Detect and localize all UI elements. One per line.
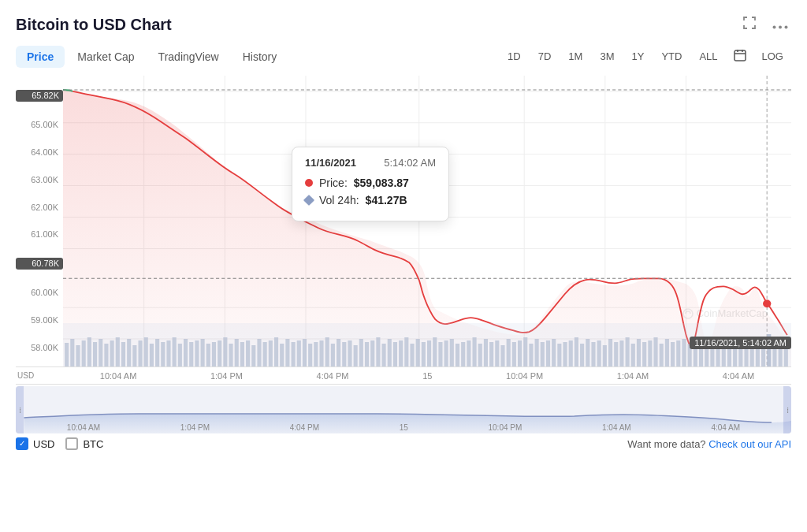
usd-checkbox[interactable]: ✓ <box>16 437 28 450</box>
y-label-58: 58.00K <box>16 344 63 352</box>
svg-rect-40 <box>127 339 131 366</box>
mini-x-4: 15 <box>400 423 408 432</box>
tab-price[interactable]: Price <box>16 46 65 68</box>
svg-rect-39 <box>121 342 125 366</box>
mini-chart-area[interactable]: ⁞ ⁞ 10:04 AM 1:04 PM 4:04 PM 15 10:04 PM… <box>16 386 791 433</box>
svg-rect-70 <box>297 340 301 366</box>
tooltip: 11/16/2021 5:14:02 AM Price: $59,083.87 … <box>292 147 449 221</box>
svg-rect-65 <box>269 340 273 366</box>
svg-point-0 <box>773 26 776 29</box>
svg-rect-47 <box>166 340 170 366</box>
svg-rect-62 <box>251 345 255 366</box>
svg-rect-68 <box>285 339 289 366</box>
tooltip-vol-icon <box>303 195 314 206</box>
time-all[interactable]: ALL <box>691 47 725 66</box>
btc-checkbox[interactable] <box>65 437 78 450</box>
svg-rect-83 <box>370 340 374 366</box>
tab-market-cap[interactable]: Market Cap <box>66 46 145 68</box>
svg-rect-137 <box>676 340 680 366</box>
svg-rect-94 <box>433 337 437 366</box>
tooltip-price-label: Price: <box>319 177 348 189</box>
svg-rect-114 <box>546 340 550 366</box>
svg-rect-38 <box>116 337 120 366</box>
svg-rect-52 <box>195 340 199 366</box>
svg-rect-44 <box>150 344 154 366</box>
api-want-text: Want more data? <box>627 438 705 450</box>
x-axis-labels: 10:04 AM 1:04 PM 4:04 PM 15 10:04 PM 1:0… <box>63 371 791 381</box>
svg-rect-109 <box>518 340 522 366</box>
svg-rect-34 <box>93 342 97 366</box>
mini-left-handle[interactable]: ⁞ <box>16 386 24 433</box>
y-label-62: 62.00K <box>16 203 63 212</box>
svg-rect-96 <box>444 340 448 366</box>
svg-rect-51 <box>189 342 193 366</box>
tab-history[interactable]: History <box>232 46 288 68</box>
svg-rect-129 <box>631 344 635 366</box>
svg-rect-43 <box>144 337 148 366</box>
svg-rect-46 <box>161 342 165 366</box>
svg-rect-110 <box>523 337 527 366</box>
svg-rect-54 <box>206 344 210 366</box>
mini-x-7: 4:04 AM <box>711 423 740 432</box>
time-calendar[interactable] <box>727 45 753 68</box>
svg-rect-113 <box>541 342 545 366</box>
svg-rect-124 <box>603 345 607 366</box>
y-label-63: 63.00K <box>16 176 63 184</box>
svg-rect-88 <box>399 340 403 366</box>
svg-rect-131 <box>642 342 646 366</box>
time-1d[interactable]: 1D <box>500 47 529 66</box>
time-ytd[interactable]: YTD <box>653 47 690 66</box>
svg-rect-33 <box>87 337 91 366</box>
api-link[interactable]: Check out our API <box>708 438 791 450</box>
tooltip-vol-row: Vol 24h: $41.27B <box>305 194 436 206</box>
svg-rect-133 <box>653 337 657 366</box>
watermark: CoinMarketCap <box>682 307 768 319</box>
svg-rect-127 <box>619 340 623 366</box>
svg-rect-79 <box>348 340 351 366</box>
mini-right-handle[interactable]: ⁞ <box>783 386 791 433</box>
y-label-mid: 60.78K <box>16 258 63 270</box>
svg-rect-71 <box>303 339 307 366</box>
svg-rect-50 <box>184 339 188 366</box>
svg-rect-92 <box>422 342 426 366</box>
x-label-5: 10:04 PM <box>506 371 543 381</box>
tooltip-price-dot <box>305 179 313 187</box>
svg-rect-112 <box>535 339 539 366</box>
x-label-4: 15 <box>422 371 432 381</box>
svg-rect-103 <box>484 339 488 366</box>
svg-rect-55 <box>212 342 216 366</box>
currency-btc[interactable]: BTC <box>65 437 103 450</box>
svg-rect-117 <box>563 342 567 366</box>
svg-point-2 <box>785 26 788 29</box>
time-7d[interactable]: 7D <box>530 47 560 66</box>
svg-rect-45 <box>155 339 159 366</box>
svg-rect-111 <box>529 344 533 366</box>
time-3m[interactable]: 3M <box>592 47 622 66</box>
currency-usd[interactable]: ✓ USD <box>16 437 54 450</box>
currency-section: ✓ USD BTC <box>16 437 103 450</box>
svg-rect-130 <box>637 339 641 366</box>
fullscreen-button[interactable] <box>739 14 760 35</box>
tooltip-time: 5:14:02 AM <box>384 157 436 169</box>
time-1y[interactable]: 1Y <box>623 47 652 66</box>
svg-rect-69 <box>292 342 296 366</box>
svg-rect-136 <box>671 342 675 366</box>
y-label-61: 61.00K <box>16 230 63 239</box>
svg-rect-81 <box>359 339 363 366</box>
tooltip-header: 11/16/2021 5:14:02 AM <box>305 157 436 169</box>
chart-area: 65.82K 65.00K 64.00K 63.00K 62.00K 61.00… <box>16 76 791 524</box>
svg-point-157 <box>683 309 693 318</box>
svg-rect-36 <box>104 344 108 366</box>
svg-rect-115 <box>552 339 556 366</box>
svg-rect-118 <box>569 340 573 366</box>
svg-rect-102 <box>478 344 482 366</box>
time-1m[interactable]: 1M <box>560 47 590 66</box>
svg-rect-31 <box>76 345 80 366</box>
more-options-button[interactable] <box>769 15 791 35</box>
tab-trading-view[interactable]: TradingView <box>147 46 230 68</box>
time-log[interactable]: LOG <box>754 47 791 66</box>
mini-x-3: 4:04 PM <box>290 423 319 432</box>
svg-rect-49 <box>178 344 182 366</box>
svg-rect-99 <box>461 342 465 366</box>
svg-rect-91 <box>416 339 420 366</box>
